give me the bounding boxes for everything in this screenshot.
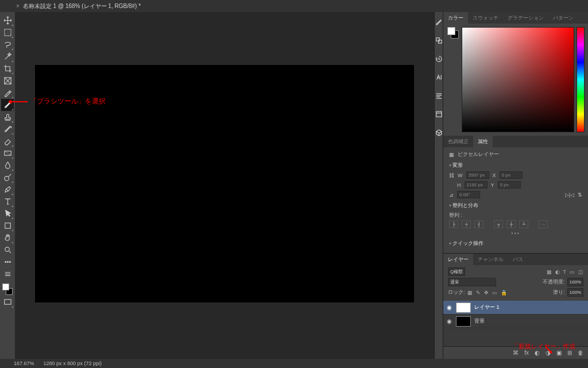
filter-type-select[interactable]: Q種類 [448,267,465,276]
color-panel [443,24,588,136]
foreground-color-swatch[interactable] [2,283,9,290]
align-hcenter[interactable]: ┿ [462,220,471,228]
svg-point-8 [9,262,10,263]
height-input[interactable] [465,181,488,189]
character-panel-icon[interactable] [435,73,443,81]
shape-tool[interactable] [1,220,14,232]
adjustment-layer-icon[interactable]: ◑ [546,350,551,356]
layer-name[interactable]: レイヤー 1 [474,304,500,311]
layer-thumbnail[interactable] [456,316,471,327]
layer-mask-icon[interactable]: ◐ [535,350,540,356]
properties-panel-tabs: 色調補正 属性 [443,136,588,147]
tab-gradients[interactable]: グラデーション [503,12,548,24]
align-bottom[interactable]: ┻ [519,220,528,228]
edit-toolbar[interactable] [1,268,14,280]
filter-adjust-icon[interactable]: ◐ [555,269,560,275]
filter-smart-icon[interactable]: ◫ [578,269,583,275]
align-top[interactable]: ┳ [494,220,503,228]
stamp-tool[interactable] [1,111,14,123]
wand-tool[interactable] [1,51,14,63]
dodge-tool[interactable] [1,171,14,183]
type-tool[interactable] [1,195,14,208]
blend-mode-select[interactable]: 通常 [448,278,496,286]
libraries-panel-icon[interactable] [435,110,443,118]
align-more[interactable]: ⋯ [539,220,548,228]
tab-paths[interactable]: パス [508,254,528,265]
align-header[interactable]: 整列と分布 [449,202,582,209]
brush-tool[interactable] [1,99,14,111]
eraser-tool[interactable] [1,135,14,147]
lasso-tool[interactable] [1,39,14,51]
canvas-area[interactable] [15,12,434,359]
tab-color[interactable]: カラー [443,12,468,24]
filter-image-icon[interactable]: ▦ [547,269,552,275]
crop-tool[interactable] [1,63,14,75]
tab-patterns[interactable]: パターン [548,12,578,24]
angle-input[interactable] [457,191,480,198]
tab-properties[interactable]: 属性 [473,136,493,147]
lock-artboard-icon[interactable]: ▭ [492,290,497,296]
color-field[interactable] [462,27,574,132]
layer-thumbnail[interactable] [456,302,471,313]
blur-tool[interactable] [1,159,14,171]
link-wh-icon[interactable]: ⛓ [449,172,454,178]
lock-pos-icon[interactable]: ✥ [484,290,489,296]
lock-pixels-icon[interactable]: ▦ [467,290,473,296]
eyedropper-tool[interactable] [1,87,14,99]
color-fg-bg[interactable] [447,27,459,132]
document-tab[interactable]: × 名称未設定 1 @ 168% (レイヤー 1, RGB/8#) * [11,0,145,12]
layer-name[interactable]: 背景 [474,317,485,325]
x-input[interactable] [500,171,523,179]
opacity-input[interactable]: 100% [567,278,583,286]
transform-header[interactable]: 変形 [449,162,582,169]
layer-row[interactable]: ◉ 背景 [443,315,588,328]
lock-brush-icon[interactable]: ✎ [476,290,481,296]
screen-mode[interactable] [1,296,14,308]
group-icon[interactable]: ▣ [556,350,562,356]
quick-actions-header[interactable]: クイック操作 [449,240,582,247]
history-panel-icon[interactable] [435,55,443,63]
tab-layers[interactable]: レイヤー [443,254,473,265]
3d-panel-icon[interactable] [435,128,443,136]
align-left[interactable]: ┣ [449,220,458,228]
path-select-tool[interactable] [1,208,14,220]
move-tool[interactable] [1,14,14,26]
document-canvas[interactable] [35,65,414,302]
clone-source-icon[interactable] [435,36,443,44]
align-vcenter[interactable]: ╋ [506,220,516,228]
zoom-tool[interactable] [1,244,14,256]
tab-channels[interactable]: チャンネル [473,254,508,265]
layer-fx-icon[interactable]: fx [524,350,529,356]
ellipsis-tool[interactable] [1,256,14,268]
flip-v-icon[interactable]: ⇅ [578,192,582,198]
hand-tool[interactable] [1,232,14,244]
filter-type-icon[interactable]: T [563,269,567,275]
link-layers-icon[interactable]: ⌘ [513,350,519,356]
flip-h-icon[interactable]: ▷|◁ [565,192,574,198]
delete-layer-icon[interactable]: 🗑 [578,350,583,356]
align-right[interactable]: ┫ [474,220,483,228]
foreground-background-colors[interactable] [1,282,14,296]
visibility-icon[interactable]: ◉ [446,304,452,310]
hue-slider[interactable] [577,27,585,132]
new-layer-icon[interactable]: ⊞ [567,350,572,356]
more-dots[interactable]: ••• [449,231,582,236]
marquee-tool[interactable] [1,26,14,39]
y-input[interactable] [498,181,521,189]
pen-tool[interactable] [1,183,14,195]
gradient-tool[interactable] [1,147,14,159]
fill-input[interactable]: 100% [567,288,583,297]
visibility-icon[interactable]: ◉ [446,318,452,324]
tab-adjustments[interactable]: 色調補正 [443,136,473,147]
filter-shape-icon[interactable]: ▭ [570,269,575,275]
brushes-panel-icon[interactable] [435,18,443,26]
close-icon[interactable]: × [16,3,20,9]
tab-swatches[interactable]: スウォッチ [468,12,503,24]
layer-row[interactable]: ◉ レイヤー 1 [443,301,588,315]
lock-all-icon[interactable]: 🔒 [501,290,507,296]
frame-tool[interactable] [1,75,14,87]
zoom-level[interactable]: 167.67% [14,361,34,366]
width-input[interactable] [466,171,489,179]
paragraph-panel-icon[interactable] [435,91,443,99]
history-brush-tool[interactable] [1,123,14,135]
